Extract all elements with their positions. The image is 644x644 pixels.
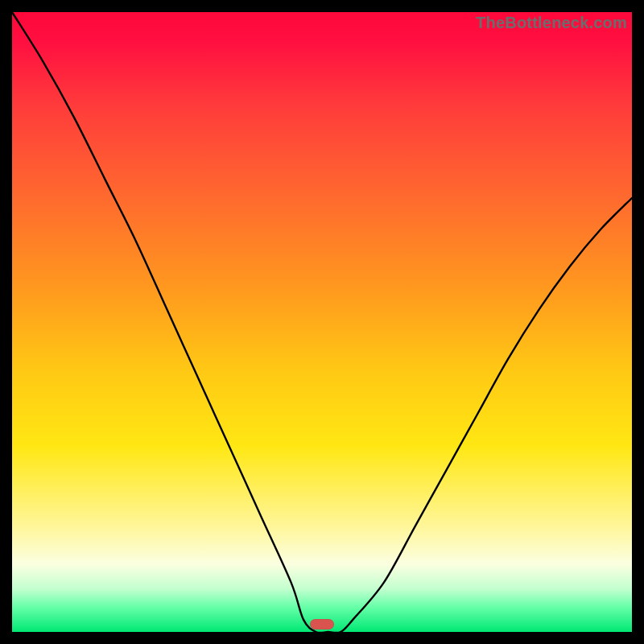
plot-area: TheBottleneck.com	[12, 12, 632, 632]
bottleneck-curve	[12, 12, 632, 632]
optimal-marker	[310, 619, 334, 630]
curve-path	[12, 12, 632, 633]
chart-frame: TheBottleneck.com	[0, 0, 644, 644]
